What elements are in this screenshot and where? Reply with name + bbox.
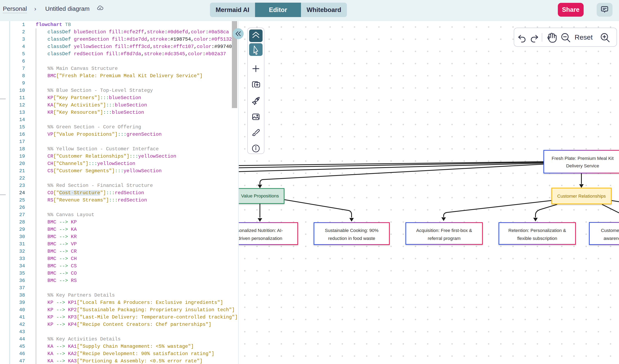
svg-text:Customer education &: Customer education & <box>601 228 619 233</box>
svg-text:Acquisition: Free first-box &: Acquisition: Free first-box & <box>416 228 472 233</box>
svg-text:driven personalization: driven personalization <box>239 236 282 241</box>
svg-text:Customer Relationships: Customer Relationships <box>557 194 606 199</box>
svg-text:awareness programs: awareness programs <box>604 236 619 241</box>
svg-text:referral program: referral program <box>428 236 461 241</box>
svg-text:reduction in food waste: reduction in food waste <box>328 236 375 241</box>
svg-text:Personalized Nutrition: AI-: Personalized Nutrition: AI- <box>239 228 283 233</box>
svg-text:Sustainable Cooking: 90%: Sustainable Cooking: 90% <box>325 228 379 233</box>
svg-text:Fresh Plate: Premium Meal Kit: Fresh Plate: Premium Meal Kit <box>551 156 614 161</box>
svg-text:Value Propositions: Value Propositions <box>241 193 279 199</box>
svg-text:flexible subscription: flexible subscription <box>517 236 557 241</box>
svg-text:Reset: Reset <box>575 33 593 41</box>
svg-text:Retention: Personalization &: Retention: Personalization & <box>508 228 566 233</box>
svg-text:Delivery Service: Delivery Service <box>566 163 599 168</box>
